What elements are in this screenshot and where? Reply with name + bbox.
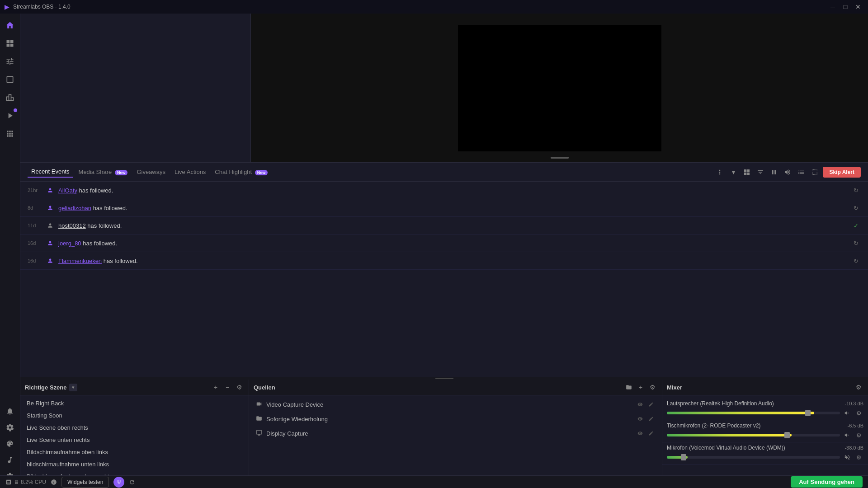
mixer-mute-button[interactable] — [843, 408, 852, 418]
sources-add-button[interactable]: + — [636, 382, 646, 392]
scene-item[interactable]: bildschirmaufnahme unten links — [20, 458, 249, 470]
minimize-button[interactable]: ─ — [827, 2, 838, 11]
scenes-add-button[interactable]: + — [211, 382, 221, 392]
event-actions: ↻ — [851, 185, 861, 195]
sidebar-item-theme[interactable] — [2, 436, 18, 452]
source-edit-button[interactable] — [646, 400, 656, 409]
sidebar-item-analytics[interactable] — [2, 89, 18, 106]
mixer-settings-button[interactable]: ⚙ — [854, 431, 863, 440]
dropdown-chevron-icon[interactable]: ▾ — [728, 167, 739, 178]
scenes-settings-button[interactable]: ⚙ — [234, 382, 244, 392]
sidebar-item-overlays[interactable] — [2, 71, 18, 88]
list-view-icon[interactable] — [796, 167, 807, 178]
preview-resize-handle[interactable] — [551, 157, 569, 159]
filter-list-icon[interactable] — [755, 167, 766, 178]
volume-events-icon[interactable] — [782, 167, 793, 178]
event-user-link[interactable]: geliadizohan — [58, 205, 91, 211]
event-replay-button[interactable]: ↻ — [851, 256, 861, 266]
mixer-mute-button[interactable] — [843, 453, 852, 462]
tab-recent-events[interactable]: Recent Events — [28, 166, 73, 178]
source-eye-button[interactable] — [636, 400, 645, 409]
mixer-mute-button[interactable] — [843, 431, 852, 440]
sidebar-item-home[interactable] — [2, 17, 18, 33]
mixer-handle[interactable] — [784, 432, 790, 438]
refresh-button[interactable] — [129, 479, 135, 485]
event-row: 16d Flammenkueken has followed. ↻ — [20, 252, 868, 270]
sidebar-item-media[interactable] — [2, 108, 18, 124]
event-user-link[interactable]: joerg_80 — [58, 240, 81, 247]
source-label: Video Capture Device — [266, 401, 323, 408]
scene-item[interactable]: Live Scene unten rechts — [20, 434, 249, 446]
sidebar-item-scenes[interactable] — [2, 35, 18, 52]
mixer-track[interactable] — [667, 456, 840, 459]
sources-actions: + ⚙ — [624, 382, 657, 392]
scenes-dropdown-button[interactable]: ▾ — [69, 384, 77, 391]
app-title: Streamlabs OBS - 1.4.0 — [13, 4, 71, 10]
tab-live-actions[interactable]: Live Actions — [171, 167, 209, 177]
mixer-header: Mixer ⚙ — [662, 380, 868, 395]
source-eye-button[interactable] — [636, 414, 645, 423]
mixer-settings-button[interactable]: ⚙ — [854, 408, 863, 418]
mixer-device-name: Lautsprecher (Realtek High Definition Au… — [667, 400, 839, 407]
event-replay-button[interactable]: ↻ — [851, 238, 861, 248]
source-eye-button[interactable] — [636, 429, 645, 438]
source-item[interactable]: Video Capture Device — [249, 397, 662, 412]
info-button[interactable] — [51, 479, 57, 485]
sources-panel: Quellen + ⚙ Video Capture Devic — [249, 380, 662, 488]
event-check-button[interactable]: ✓ — [851, 221, 861, 230]
sidebar-item-settings[interactable] — [2, 419, 18, 436]
source-item[interactable]: Sofortige Wiederholung — [249, 412, 662, 426]
source-edit-button[interactable] — [646, 414, 656, 423]
event-user-link: host00312 — [58, 222, 86, 229]
user-avatar[interactable]: U — [113, 477, 124, 488]
maximize-button[interactable]: □ — [840, 2, 851, 11]
media-share-new-pill: New — [115, 170, 128, 175]
go-live-button[interactable]: Auf Sendung gehen — [791, 476, 863, 488]
handle-bar — [435, 378, 453, 379]
grid-layout-icon[interactable] — [741, 167, 752, 178]
close-button[interactable]: ✕ — [853, 2, 863, 11]
sidebar-item-alert[interactable] — [2, 403, 18, 419]
pause-events-icon[interactable] — [769, 167, 779, 178]
mixer-db-level: -10.3 dB — [839, 401, 863, 406]
event-replay-button[interactable]: ↻ — [851, 185, 861, 195]
mixer-item: Mikrofon (Voicemod Virtual Audio Device … — [662, 442, 868, 465]
mixer-settings-button[interactable]: ⚙ — [854, 382, 863, 392]
event-user-link[interactable]: AllOaty — [58, 187, 77, 194]
event-time: 16d — [28, 240, 42, 246]
skip-alert-button[interactable]: Skip Alert — [823, 167, 861, 178]
mixer-fill — [667, 434, 792, 436]
scenes-remove-button[interactable]: − — [222, 382, 232, 392]
tab-media-share[interactable]: Media Share New — [75, 167, 132, 177]
mixer-handle[interactable] — [805, 410, 811, 416]
tab-giveaways[interactable]: Giveaways — [133, 167, 169, 177]
source-edit-button[interactable] — [646, 429, 656, 438]
sidebar-item-audio[interactable] — [2, 452, 18, 468]
event-actions: ↻ — [851, 256, 861, 266]
tab-chat-highlight[interactable]: Chat Highlight New — [211, 167, 271, 177]
mixer-track[interactable] — [667, 412, 840, 414]
event-user-link[interactable]: Flammenkueken — [58, 258, 102, 264]
scene-item[interactable]: Live Scene oben rechts — [20, 422, 249, 434]
app-logo-icon: ▶ — [5, 3, 9, 10]
mixer-track[interactable] — [667, 434, 840, 436]
sources-group-button[interactable] — [624, 382, 634, 392]
event-replay-button[interactable]: ↻ — [851, 203, 861, 213]
sidebar-item-widgets[interactable] — [2, 126, 18, 142]
filter-dropdown-icon[interactable] — [714, 167, 725, 178]
sidebar-item-mixer[interactable] — [2, 53, 18, 70]
source-folder-icon — [255, 415, 263, 423]
mixer-handle[interactable] — [681, 454, 686, 460]
top-area — [20, 14, 868, 163]
source-item-actions — [636, 414, 656, 423]
scene-item[interactable]: Be Right Back — [20, 397, 249, 409]
scenes-title: Richtige Szene — [25, 384, 66, 391]
mixer-settings-button[interactable]: ⚙ — [854, 453, 863, 462]
detail-view-icon[interactable] — [809, 167, 820, 178]
sources-settings-button[interactable]: ⚙ — [647, 382, 657, 392]
event-text: host00312 has followed. — [58, 222, 846, 229]
widgets-test-button[interactable]: Widgets testen — [61, 477, 109, 488]
scene-item[interactable]: Starting Soon — [20, 409, 249, 422]
scene-item[interactable]: Bildschirmaufnahme oben links — [20, 446, 249, 458]
source-item[interactable]: Display Capture — [249, 426, 662, 441]
